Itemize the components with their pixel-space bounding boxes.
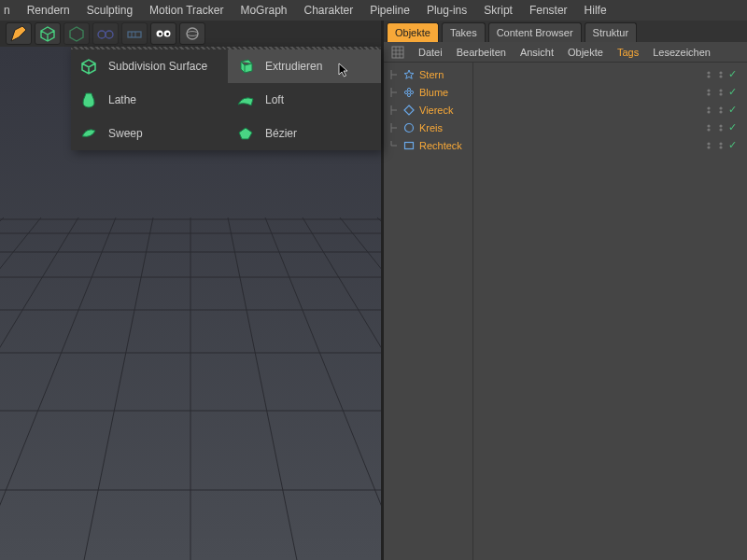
- toolbar-btn-3[interactable]: [63, 22, 90, 45]
- svg-line-27: [0, 217, 41, 560]
- popup-item-label: Bézier: [265, 127, 297, 140]
- panel-menu-datei[interactable]: Datei: [418, 47, 443, 58]
- bezier-icon: [235, 123, 256, 144]
- menu-item-rendern[interactable]: Rendern: [27, 4, 70, 17]
- popup-item-loft[interactable]: Loft: [228, 83, 381, 117]
- object-row-stern[interactable]: Stern✓: [389, 65, 741, 83]
- object-name: Viereck: [419, 105, 471, 116]
- svg-line-22: [228, 217, 306, 560]
- object-name: Rechteck: [419, 140, 471, 151]
- panel-menu-lesezeichen[interactable]: Lesezeichen: [653, 47, 711, 58]
- svg-point-42: [719, 89, 722, 91]
- menu-item-sculpting[interactable]: Sculpting: [87, 4, 133, 17]
- visibility-dot-icon[interactable]: [704, 123, 713, 133]
- svg-line-25: [0, 217, 78, 560]
- enabled-check-icon[interactable]: ✓: [728, 139, 737, 151]
- tab-struktur[interactable]: Struktur: [585, 22, 638, 42]
- menu-item-mograph[interactable]: MoGraph: [240, 4, 287, 17]
- svg-point-1: [106, 31, 113, 38]
- render-dot-icon[interactable]: [716, 105, 726, 115]
- tab-takes[interactable]: Takes: [442, 22, 486, 42]
- menu-item-pipeline[interactable]: Pipeline: [370, 4, 410, 17]
- svg-point-43: [719, 92, 722, 95]
- cube-wire-icon: [67, 24, 86, 43]
- tree-branch-icon: [389, 105, 399, 115]
- popup-item-label: Extrudieren: [265, 60, 322, 73]
- menu-item-skript[interactable]: Skript: [484, 4, 513, 17]
- tab-objekte[interactable]: Objekte: [387, 22, 439, 42]
- svg-point-51: [719, 124, 722, 127]
- diamond-icon: [403, 105, 415, 116]
- top-menu: nRendernSculptingMotion TrackerMoGraphCh…: [0, 0, 747, 21]
- object-row-viereck[interactable]: Viereck✓: [389, 101, 741, 119]
- enabled-check-icon[interactable]: ✓: [728, 104, 737, 116]
- rect-icon: [403, 140, 415, 151]
- toolbar-btn-6[interactable]: [150, 22, 176, 45]
- svg-point-50: [707, 128, 710, 131]
- menu-item-n[interactable]: n: [4, 4, 10, 17]
- svg-point-10: [187, 32, 198, 36]
- svg-point-56: [719, 142, 722, 145]
- menu-item-hilfe[interactable]: Hilfe: [585, 4, 607, 17]
- render-dot-icon[interactable]: [716, 141, 726, 150]
- visibility-dot-icon[interactable]: [704, 141, 713, 150]
- object-name: Stern: [419, 69, 471, 80]
- menu-item-plug-ins[interactable]: Plug-ins: [427, 4, 467, 17]
- svg-point-57: [719, 146, 722, 148]
- visibility-dot-icon[interactable]: [704, 105, 713, 115]
- render-dot-icon[interactable]: [716, 123, 726, 133]
- svg-point-47: [719, 110, 722, 113]
- tree-branch-icon: [389, 123, 399, 133]
- object-manager-panel: ObjekteTakesContent BrowserStruktur Date…: [384, 21, 747, 560]
- toolbar-btn-7[interactable]: [179, 22, 205, 45]
- enabled-check-icon[interactable]: ✓: [728, 86, 737, 98]
- tree-branch-icon: [389, 141, 399, 150]
- popup-item-subdivision-surface[interactable]: Subdivision Surface: [71, 49, 228, 83]
- panel-menu-tags[interactable]: Tags: [617, 47, 639, 58]
- toolbar-btn-1[interactable]: [6, 22, 32, 45]
- tree-branch-icon: [389, 70, 399, 79]
- generator-popup: Subdivision SurfaceLatheSweep Extrudiere…: [71, 47, 381, 150]
- popup-item-lathe[interactable]: Lathe: [71, 83, 228, 117]
- render-dot-icon[interactable]: [716, 88, 726, 97]
- popup-item-bézier[interactable]: Bézier: [228, 117, 381, 150]
- pen-icon: [9, 24, 28, 43]
- svg-point-9: [187, 28, 198, 39]
- panel-menu-objekte[interactable]: Objekte: [568, 47, 603, 58]
- svg-point-44: [707, 106, 710, 109]
- svg-point-54: [707, 142, 710, 145]
- toolbar-btn-2[interactable]: [35, 22, 61, 45]
- svg-line-23: [0, 217, 116, 560]
- tab-content-browser[interactable]: Content Browser: [488, 22, 582, 42]
- menu-item-charakter[interactable]: Charakter: [303, 4, 353, 17]
- object-tags: ✓: [704, 86, 741, 98]
- enabled-check-icon[interactable]: ✓: [728, 121, 737, 133]
- panel-menu-icon[interactable]: [391, 46, 404, 59]
- column-divider[interactable]: [472, 63, 473, 560]
- menu-item-fenster[interactable]: Fenster: [529, 4, 568, 17]
- object-row-blume[interactable]: Blume✓: [389, 83, 741, 101]
- object-row-kreis[interactable]: Kreis✓: [389, 119, 741, 136]
- object-row-rechteck[interactable]: Rechteck✓: [389, 136, 741, 154]
- popup-item-label: Lathe: [108, 93, 136, 106]
- visibility-dot-icon[interactable]: [704, 88, 713, 97]
- menu-item-motion-tracker[interactable]: Motion Tracker: [149, 4, 223, 17]
- svg-rect-2: [128, 32, 141, 37]
- toolbar-btn-5[interactable]: [121, 22, 148, 45]
- toolbar-btn-4[interactable]: [92, 22, 119, 45]
- popup-item-label: Sweep: [108, 127, 143, 140]
- sphere-icon: [183, 24, 202, 43]
- loft-icon: [235, 90, 256, 110]
- panel-menu-ansicht[interactable]: Ansicht: [520, 47, 554, 58]
- popup-item-extrudieren[interactable]: Extrudieren: [228, 49, 381, 83]
- svg-point-45: [707, 110, 710, 113]
- svg-point-40: [707, 89, 710, 91]
- svg-point-55: [707, 146, 710, 148]
- enabled-check-icon[interactable]: ✓: [728, 68, 737, 80]
- popup-item-sweep[interactable]: Sweep: [71, 117, 228, 150]
- panel-menu-bearbeiten[interactable]: Bearbeiten: [457, 47, 506, 58]
- render-dot-icon[interactable]: [716, 70, 726, 79]
- popup-item-label: Subdivision Surface: [108, 60, 207, 73]
- visibility-dot-icon[interactable]: [704, 70, 713, 79]
- svg-point-34: [719, 71, 722, 74]
